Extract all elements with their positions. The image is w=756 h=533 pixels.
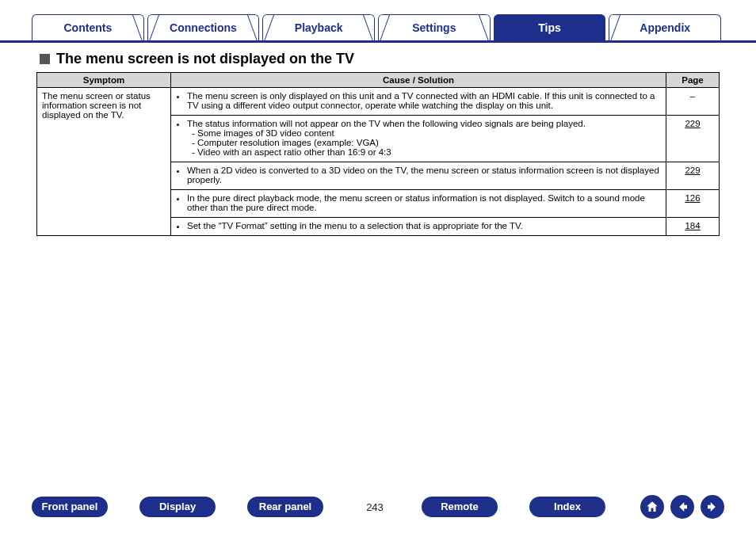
top-tabs: Contents Connections Playback Settings T…: [0, 0, 756, 43]
btn-display[interactable]: Display: [139, 497, 216, 517]
solution-sub: - Some images of 3D video content: [192, 128, 334, 138]
page-number: 243: [355, 501, 395, 513]
bottom-bar: Front panel Display Rear panel 243 Remot…: [0, 495, 756, 519]
solution-cell: In the pure direct playback mode, the me…: [171, 190, 666, 218]
section-heading: The menu screen is not displayed on the …: [0, 43, 756, 72]
tab-appendix[interactable]: Appendix: [609, 14, 724, 40]
tab-label: Tips: [538, 21, 561, 34]
tab-settings[interactable]: Settings: [378, 14, 494, 40]
col-cause: Cause / Solution: [171, 73, 666, 88]
solution-text: When a 2D video is converted to a 3D vid…: [187, 166, 661, 185]
symptom-cell: The menu screen or status information sc…: [37, 88, 171, 236]
solution-text: The menu screen is only displayed on thi…: [187, 91, 661, 110]
prev-page-icon[interactable]: [670, 495, 694, 519]
page-ref[interactable]: 229: [666, 162, 720, 190]
solution-text: The status information will not appear o…: [187, 119, 586, 128]
next-page-icon[interactable]: [701, 495, 724, 519]
nav-icons: [640, 495, 724, 519]
solution-sub: - Video with an aspect ratio other than …: [192, 147, 391, 157]
page-ref: –: [666, 88, 720, 116]
solution-sub: - Computer resolution images (example: V…: [192, 138, 379, 147]
solution-cell: The status information will not appear o…: [171, 116, 666, 162]
solution-text: In the pure direct playback mode, the me…: [187, 193, 661, 212]
home-icon[interactable]: [640, 495, 664, 519]
page-ref[interactable]: 184: [666, 218, 720, 236]
tab-contents[interactable]: Contents: [32, 14, 147, 40]
tab-tips[interactable]: Tips: [494, 14, 609, 40]
tab-label: Connections: [170, 21, 237, 34]
tab-connections[interactable]: Connections: [147, 14, 263, 40]
btn-remote[interactable]: Remote: [422, 497, 498, 517]
tab-label: Contents: [64, 21, 113, 34]
solution-cell: When a 2D video is converted to a 3D vid…: [171, 162, 666, 190]
solution-text: Set the “TV Format” setting in the menu …: [187, 221, 661, 230]
section-title: The menu screen is not displayed on the …: [56, 51, 354, 67]
page-ref[interactable]: 126: [666, 190, 720, 218]
solution-cell: The menu screen is only displayed on thi…: [171, 88, 666, 116]
page-ref[interactable]: 229: [666, 116, 720, 162]
btn-rear-panel[interactable]: Rear panel: [247, 497, 323, 517]
btn-front-panel[interactable]: Front panel: [32, 497, 108, 517]
tab-label: Settings: [412, 21, 456, 34]
btn-index[interactable]: Index: [529, 497, 605, 517]
tab-playback[interactable]: Playback: [262, 14, 378, 40]
col-page: Page: [666, 73, 720, 88]
col-symptom: Symptom: [37, 73, 171, 88]
tab-label: Playback: [295, 21, 343, 34]
bullet-square-icon: [40, 54, 50, 64]
troubleshoot-table: Symptom Cause / Solution Page The menu s…: [36, 72, 720, 236]
tab-label: Appendix: [640, 21, 690, 34]
solution-cell: Set the “TV Format” setting in the menu …: [171, 218, 666, 236]
